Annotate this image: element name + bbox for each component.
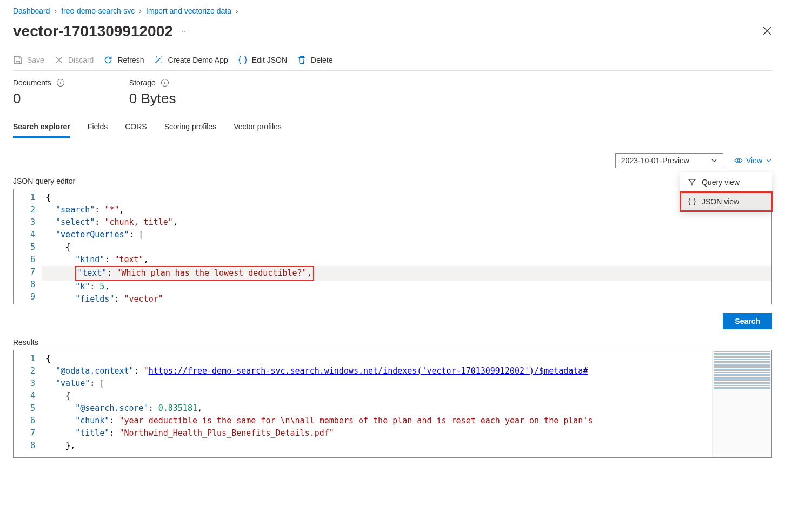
refresh-button[interactable]: Refresh: [103, 55, 144, 65]
discard-label: Discard: [68, 56, 94, 64]
save-label: Save: [27, 56, 44, 64]
menu-query-view[interactable]: Query view: [680, 172, 772, 192]
braces-icon: [688, 197, 696, 206]
breadcrumb-link-import[interactable]: Import and vectorize data: [146, 6, 231, 15]
storage-label: Storage: [129, 78, 156, 87]
results-editor[interactable]: 12345678 { "@odata.context": "https://fr…: [13, 350, 772, 458]
breadcrumb: Dashboard › free-demo-search-svc › Impor…: [13, 0, 772, 19]
wand-icon: [154, 55, 163, 65]
info-icon[interactable]: i: [57, 79, 64, 87]
breadcrumb-link-service[interactable]: free-demo-search-svc: [61, 6, 135, 15]
tab-fields[interactable]: Fields: [88, 122, 108, 138]
page-title: vector-1701309912002: [13, 23, 173, 40]
line-gutter: 12345678: [14, 350, 42, 457]
stat-documents: Documents i 0: [13, 78, 64, 107]
menu-json-view-label: JSON view: [702, 197, 739, 206]
braces-icon: [238, 55, 248, 65]
tab-bar: Search explorer Fields CORS Scoring prof…: [13, 122, 772, 138]
menu-json-view[interactable]: JSON view: [680, 192, 772, 211]
delete-label: Delete: [311, 56, 332, 64]
refresh-label: Refresh: [117, 56, 144, 64]
menu-query-view-label: Query view: [702, 178, 740, 187]
minimap[interactable]: [712, 350, 771, 457]
save-icon: [13, 55, 23, 65]
results-label: Results: [13, 338, 772, 347]
line-gutter: 123456789: [14, 189, 42, 304]
discard-button: Discard: [54, 55, 94, 65]
api-version-value: 2023-10-01-Preview: [621, 156, 689, 165]
documents-label: Documents: [13, 78, 51, 87]
discard-icon: [54, 55, 64, 65]
breadcrumb-link-dashboard[interactable]: Dashboard: [13, 6, 50, 15]
chevron-right-icon: ›: [139, 6, 142, 15]
trash-icon: [297, 55, 307, 65]
storage-value: 0 Bytes: [129, 90, 176, 107]
api-version-dropdown[interactable]: 2023-10-01-Preview: [615, 153, 723, 168]
eye-icon: [734, 156, 743, 165]
tab-vector-profiles[interactable]: Vector profiles: [234, 122, 282, 138]
view-button[interactable]: View: [734, 156, 772, 165]
tab-cors[interactable]: CORS: [125, 122, 147, 138]
chevron-right-icon: ›: [55, 6, 57, 15]
view-menu: Query view JSON view: [680, 172, 772, 211]
toolbar: Save Discard Refresh Create Demo App Edi…: [13, 55, 772, 71]
tab-scoring-profiles[interactable]: Scoring profiles: [164, 122, 217, 138]
more-icon[interactable]: ···: [182, 27, 188, 36]
tab-search-explorer[interactable]: Search explorer: [13, 122, 70, 138]
chevron-down-icon: [766, 157, 772, 164]
search-button[interactable]: Search: [723, 313, 772, 329]
view-label: View: [746, 156, 762, 165]
edit-json-label: Edit JSON: [252, 56, 287, 64]
chevron-right-icon: ›: [236, 6, 238, 15]
info-icon[interactable]: i: [161, 79, 169, 87]
create-demo-label: Create Demo App: [168, 56, 228, 64]
create-demo-button[interactable]: Create Demo App: [154, 55, 228, 65]
save-button: Save: [13, 55, 44, 65]
documents-value: 0: [13, 90, 64, 107]
chevron-down-icon: [711, 157, 717, 164]
stat-storage: Storage i 0 Bytes: [129, 78, 176, 107]
refresh-icon: [103, 55, 113, 65]
json-query-editor[interactable]: 123456789 { "search": "*", "select": "ch…: [13, 189, 772, 304]
edit-json-button[interactable]: Edit JSON: [238, 55, 287, 65]
close-icon[interactable]: [762, 26, 772, 37]
delete-button[interactable]: Delete: [297, 55, 332, 65]
editor-label: JSON query editor: [13, 177, 772, 185]
filter-icon: [688, 178, 696, 187]
